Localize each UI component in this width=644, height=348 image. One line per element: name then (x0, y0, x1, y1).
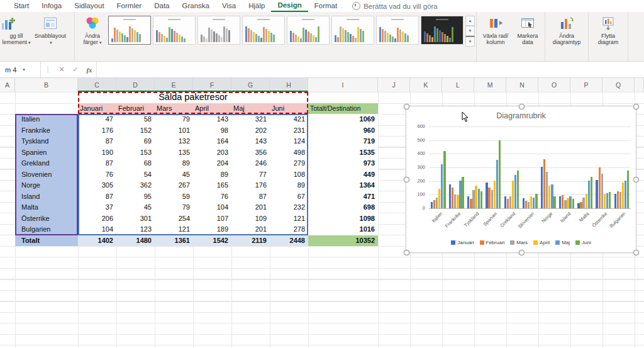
value-cell[interactable]: 203 (193, 147, 231, 159)
value-cell[interactable]: 76 (78, 169, 116, 181)
row-total-cell[interactable]: 1069 (308, 114, 378, 125)
chart-resize-handle[interactable] (519, 250, 525, 255)
tab-data[interactable]: Data (148, 1, 175, 11)
chart-style-thumbnail[interactable] (197, 16, 240, 45)
chart-bar[interactable] (564, 200, 566, 208)
chart-resize-handle[interactable] (633, 104, 639, 109)
value-cell[interactable]: 305 (78, 180, 116, 191)
quick-layout-button[interactable]: Snabblayout ▾ (31, 13, 70, 46)
gallery-more-icon[interactable]: ▾ (465, 36, 475, 47)
country-cell[interactable]: Slovenien (15, 169, 78, 181)
column-total-cell[interactable]: 2119 (231, 235, 270, 247)
value-cell[interactable]: 124 (270, 136, 308, 147)
formula-input[interactable] (96, 62, 644, 77)
value-cell[interactable]: 356 (231, 147, 270, 159)
chart-bar[interactable] (619, 192, 621, 208)
chart-bar[interactable] (559, 196, 561, 208)
column-header-F[interactable]: F (193, 78, 231, 92)
chart-bar[interactable] (546, 172, 548, 208)
tab-granska[interactable]: Granska (176, 1, 216, 11)
value-cell[interactable]: 69 (116, 136, 155, 147)
column-header-N[interactable]: N (506, 78, 538, 92)
country-cell[interactable]: Italien (15, 114, 78, 125)
chart-resize-handle[interactable] (404, 250, 409, 255)
tab-formler[interactable]: Formler (111, 1, 148, 11)
column-header-P[interactable]: P (570, 78, 602, 92)
value-cell[interactable]: 76 (193, 191, 231, 203)
chart-bar[interactable] (499, 140, 501, 208)
value-cell[interactable]: 101 (155, 125, 193, 137)
change-chart-type-button[interactable]: Ändra diagramtyp (547, 13, 586, 45)
chart-bar[interactable] (433, 200, 435, 208)
value-cell[interactable]: 87 (78, 158, 116, 169)
chart-bar[interactable] (480, 191, 482, 208)
chart-bar[interactable] (459, 181, 461, 208)
value-cell[interactable]: 143 (193, 114, 231, 125)
legend-item[interactable]: Juni (575, 240, 591, 245)
value-cell[interactable]: 231 (270, 125, 308, 137)
value-cell[interactable]: 121 (270, 213, 308, 225)
chart-bar[interactable] (533, 198, 535, 208)
value-cell[interactable]: 45 (155, 169, 193, 181)
value-cell[interactable]: 108 (270, 169, 308, 181)
value-cell[interactable]: 201 (231, 202, 270, 213)
chart-resize-handle[interactable] (633, 177, 639, 182)
chart-bar[interactable] (488, 188, 490, 208)
value-cell[interactable]: 190 (78, 147, 116, 159)
value-cell[interactable]: 77 (231, 169, 270, 181)
chart-bar[interactable] (512, 181, 514, 208)
chart-bar[interactable] (504, 196, 506, 208)
add-chart-element-button[interactable]: gg till lemement▾ (2, 13, 31, 46)
chart-style-thumbnail[interactable] (153, 16, 196, 45)
column-header-I[interactable]: I (308, 78, 378, 92)
chart-bar[interactable] (606, 193, 608, 208)
value-cell[interactable]: 98 (193, 125, 231, 137)
month-header-cell[interactable]: Januari (78, 103, 116, 115)
month-header-cell[interactable]: April (193, 103, 231, 115)
value-cell[interactable]: 143 (231, 136, 270, 147)
value-cell[interactable]: 135 (155, 147, 193, 159)
chart-bar[interactable] (491, 190, 493, 208)
formula-bar-menu-icon[interactable]: ⋮ (41, 62, 55, 77)
switch-row-column-button[interactable]: Växla rad/ kolumn (479, 13, 513, 45)
chart-bar[interactable] (625, 181, 626, 208)
month-header-cell[interactable]: Mars (155, 103, 193, 115)
column-header-K[interactable]: K (410, 78, 442, 92)
chart-style-thumbnail[interactable] (421, 16, 464, 45)
chart-bar[interactable] (569, 196, 571, 208)
value-cell[interactable]: 67 (270, 191, 308, 203)
value-cell[interactable]: 89 (155, 158, 193, 169)
country-cell[interactable]: Malta (15, 202, 78, 213)
row-total-cell[interactable]: 960 (308, 125, 378, 137)
change-colors-button[interactable]: Ändra färger▾ (77, 13, 108, 46)
chart-bar[interactable] (528, 202, 530, 208)
tab-format[interactable]: Format (308, 1, 343, 11)
chart-bar[interactable] (449, 184, 451, 208)
chart-bar[interactable] (614, 194, 616, 208)
chart-bar[interactable] (478, 189, 480, 208)
value-cell[interactable]: 152 (116, 125, 155, 137)
insert-function-icon[interactable]: fx (82, 62, 96, 77)
column-total-cell[interactable]: 1480 (116, 235, 155, 247)
total-destination-header[interactable]: Totalt/Destination (308, 103, 378, 115)
chart-bar[interactable] (523, 198, 525, 208)
column-header-C[interactable]: C (78, 78, 116, 92)
value-cell[interactable]: 176 (231, 180, 270, 191)
chart-resize-handle[interactable] (633, 250, 639, 255)
chart-bar[interactable] (553, 196, 555, 208)
column-total-cell[interactable]: 1542 (193, 235, 231, 247)
value-cell[interactable]: 362 (116, 180, 155, 191)
chart-bar[interactable] (525, 201, 527, 208)
chart-style-thumbnail[interactable] (376, 16, 419, 45)
chart-bar[interactable] (457, 195, 458, 208)
country-cell[interactable]: Frankrike (15, 125, 78, 137)
value-cell[interactable]: 45 (116, 202, 155, 213)
chart-bar[interactable] (530, 196, 532, 208)
value-cell[interactable]: 164 (193, 136, 231, 147)
chart-bar[interactable] (541, 167, 543, 208)
chart-bar[interactable] (599, 167, 601, 208)
chart-bar[interactable] (577, 203, 579, 208)
chart-bar[interactable] (609, 192, 611, 208)
move-chart-button[interactable]: Flytta diagram (591, 13, 626, 45)
column-header-G[interactable]: G (231, 78, 270, 92)
